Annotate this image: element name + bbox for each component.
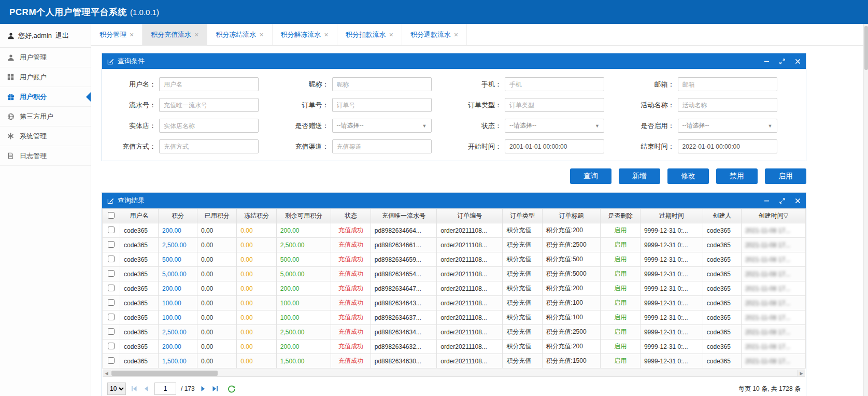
- row-checkbox[interactable]: [108, 256, 115, 262]
- close-icon[interactable]: [795, 59, 801, 64]
- column-header[interactable]: 订单标题: [542, 209, 601, 223]
- store-input[interactable]: [159, 119, 259, 133]
- column-header[interactable]: 状态: [331, 209, 371, 223]
- sidebar-item[interactable]: 日志管理: [0, 146, 91, 166]
- tab-close-icon[interactable]: ×: [259, 31, 263, 38]
- column-header[interactable]: 创建时间▽: [741, 209, 805, 223]
- column-header[interactable]: 是否删除: [601, 209, 640, 223]
- form-field: 状态： --请选择-- ▼: [454, 119, 627, 133]
- column-header[interactable]: 创建人: [703, 209, 741, 223]
- row-checkbox[interactable]: [108, 299, 115, 306]
- row-checkbox[interactable]: [108, 285, 115, 291]
- tab[interactable]: 积分充值流水 ×: [143, 24, 207, 45]
- vertical-scrollbar[interactable]: [863, 24, 868, 396]
- row-checkbox[interactable]: [108, 328, 115, 335]
- scrollbar-thumb[interactable]: [111, 371, 218, 376]
- table-row[interactable]: code365200.000.000.00200.00充值成功pd8982634…: [103, 281, 806, 296]
- serial-no-input[interactable]: [159, 98, 259, 112]
- recharge-method-input[interactable]: [159, 139, 259, 153]
- scroll-left-icon[interactable]: ◀: [103, 370, 110, 376]
- table-cell: 积分充值: [503, 296, 542, 310]
- recharge-channel-input[interactable]: [332, 139, 432, 153]
- tab-close-icon[interactable]: ×: [324, 31, 329, 38]
- end-time-input[interactable]: [678, 139, 777, 153]
- expand-icon[interactable]: [779, 198, 785, 204]
- tab[interactable]: 积分退款流水 ×: [402, 24, 467, 45]
- column-header[interactable]: 已用积分: [197, 209, 236, 223]
- status-select[interactable]: --请选择-- ▼: [505, 119, 604, 133]
- tab-close-icon[interactable]: ×: [389, 31, 393, 38]
- table-cell: 启用: [601, 252, 640, 267]
- table-row[interactable]: code3655,000.000.000.005,000.00充值成功pd898…: [103, 267, 806, 281]
- mobile-input[interactable]: [505, 77, 604, 91]
- disable-button[interactable]: 禁用: [716, 168, 758, 184]
- start-time-input[interactable]: [505, 139, 604, 153]
- tab-close-icon[interactable]: ×: [130, 31, 134, 38]
- row-checkbox[interactable]: [108, 314, 115, 320]
- table-cell: 充值成功: [331, 252, 371, 267]
- column-header[interactable]: 订单编号: [437, 209, 503, 223]
- sidebar-item[interactable]: 第三方用户: [0, 107, 91, 126]
- enable-button[interactable]: 启用: [765, 168, 806, 184]
- row-checkbox[interactable]: [108, 227, 115, 233]
- first-page-icon[interactable]: [131, 385, 138, 392]
- tab[interactable]: 积分解冻流水 ×: [273, 24, 337, 45]
- next-page-icon[interactable]: [200, 385, 207, 392]
- minimize-icon[interactable]: [764, 59, 770, 64]
- add-button[interactable]: 新增: [619, 168, 660, 184]
- tab[interactable]: 积分管理 ×: [91, 24, 143, 45]
- row-checkbox[interactable]: [108, 270, 115, 277]
- expand-icon[interactable]: [779, 59, 785, 64]
- row-checkbox[interactable]: [108, 241, 115, 248]
- table-cell: 100.00: [159, 310, 197, 325]
- table-row[interactable]: code365500.000.000.00500.00充值成功pd8982634…: [103, 252, 806, 267]
- vertical-scrollbar-thumb[interactable]: [864, 26, 868, 70]
- field-label: 状态：: [454, 121, 502, 131]
- sidebar-item[interactable]: 用户账户: [0, 67, 91, 87]
- row-checkbox[interactable]: [108, 343, 115, 349]
- last-page-icon[interactable]: [211, 385, 219, 392]
- row-checkbox[interactable]: [108, 357, 115, 364]
- column-header[interactable]: 剩余可用积分: [276, 209, 331, 223]
- table-row[interactable]: code3652,500.000.000.002,500.00充值成功pd898…: [103, 238, 806, 252]
- sidebar-item[interactable]: 系统管理: [0, 126, 91, 146]
- logout-link[interactable]: 退出: [55, 31, 69, 40]
- page-number-input[interactable]: [154, 383, 176, 395]
- table-row[interactable]: code365100.000.000.00100.00充值成功pd8982634…: [103, 296, 806, 310]
- tab-close-icon[interactable]: ×: [454, 31, 458, 38]
- is-gift-select[interactable]: --请选择-- ▼: [332, 119, 432, 133]
- column-header[interactable]: 积分: [159, 209, 197, 223]
- nickname-input[interactable]: [332, 77, 432, 91]
- scroll-right-icon[interactable]: ▶: [798, 370, 805, 376]
- minimize-icon[interactable]: [764, 198, 770, 204]
- tab-close-icon[interactable]: ×: [194, 31, 198, 38]
- select-all-checkbox[interactable]: [108, 212, 115, 219]
- column-header[interactable]: 冻结积分: [237, 209, 276, 223]
- sidebar-item[interactable]: 用户管理: [0, 48, 91, 67]
- page-size-select[interactable]: 10: [107, 383, 126, 395]
- modify-button[interactable]: 修改: [667, 168, 709, 184]
- username-input[interactable]: [159, 77, 259, 91]
- order-type-input[interactable]: [505, 98, 604, 112]
- horizontal-scrollbar[interactable]: ◀ ▶: [103, 370, 805, 377]
- table-row[interactable]: code365200.000.000.00200.00充值成功pd8982634…: [103, 340, 806, 354]
- table-row[interactable]: code365200.000.000.00200.00充值成功pd8982634…: [103, 223, 806, 238]
- email-input[interactable]: [678, 77, 777, 91]
- column-header[interactable]: 过期时间: [640, 209, 703, 223]
- table-row[interactable]: code365100.000.000.00100.00充值成功pd8982634…: [103, 310, 806, 325]
- table-row[interactable]: code3652,500.000.000.002,500.00充值成功pd898…: [103, 325, 806, 340]
- refresh-icon[interactable]: [227, 385, 236, 393]
- close-icon[interactable]: [795, 198, 801, 204]
- column-header[interactable]: 订单类型: [503, 209, 542, 223]
- prev-page-icon[interactable]: [143, 385, 150, 392]
- sidebar-item[interactable]: 用户积分: [0, 87, 91, 107]
- order-no-input[interactable]: [332, 98, 432, 112]
- is-enabled-select[interactable]: --请选择-- ▼: [678, 119, 777, 133]
- column-header[interactable]: 充值唯一流水号: [371, 209, 437, 223]
- table-row[interactable]: code3651,500.000.000.001,500.00充值成功pd898…: [103, 354, 806, 369]
- tab[interactable]: 积分冻结流水 ×: [207, 24, 272, 45]
- column-header[interactable]: 用户名: [120, 209, 159, 223]
- activity-name-input[interactable]: [678, 98, 777, 112]
- tab[interactable]: 积分扣款流水 ×: [337, 24, 402, 45]
- query-button[interactable]: 查询: [570, 168, 611, 184]
